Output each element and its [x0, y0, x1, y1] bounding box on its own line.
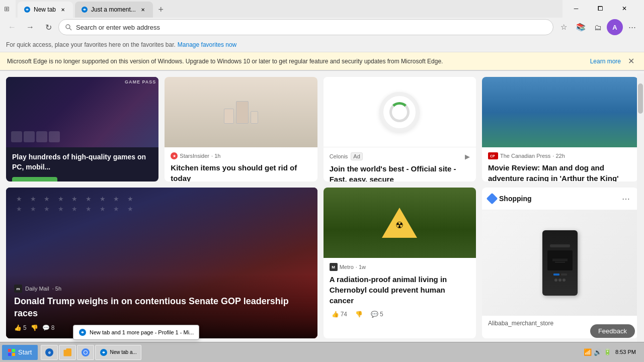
svg-line-3 [69, 28, 71, 30]
metro-icon: M [330, 263, 338, 271]
movie-article-card[interactable]: CP The Canadian Press · 22h Movie Review… [482, 77, 638, 182]
movie-card-source: CP The Canadian Press · 22h [488, 152, 632, 159]
kitchen-card-body: ★ StarsInsider · 1h Kitchen items you sh… [165, 147, 317, 182]
radiation-comment-button[interactable]: 💬 5 [369, 310, 385, 319]
gaming-card[interactable]: GAME PASS Play hundreds of high-quality … [6, 77, 158, 182]
favbar-text: For quick access, place your favorites h… [6, 41, 176, 48]
taskbar-folder-app[interactable] [59, 345, 76, 360]
kitchen-article-card[interactable]: ★ StarsInsider · 1h Kitchen items you sh… [165, 77, 317, 182]
trump-like-button[interactable]: 👍 5 [14, 324, 27, 331]
gaming-card-title: Play hundreds of high-quality games on P… [12, 152, 152, 172]
trump-time: · 5h [52, 286, 61, 292]
tooltip-text: New tab and 1 more page - Profile 1 - Mi… [90, 329, 194, 335]
search-icon [65, 24, 72, 31]
network-icon[interactable]: 📶 [584, 348, 592, 356]
folder-icon [63, 348, 71, 356]
tab-moment-close[interactable]: ✕ [139, 6, 147, 14]
scrollbar[interactable] [637, 73, 644, 342]
notification-close-button[interactable]: ✕ [625, 55, 637, 67]
radiation-time: · 1w [356, 264, 366, 270]
new-tab-button[interactable]: + [153, 2, 169, 18]
learn-more-link[interactable]: Learn more [590, 58, 621, 65]
ad-badge: Ad [351, 152, 362, 160]
gaming-card-body: Play hundreds of high-quality games on P… [6, 147, 158, 182]
radiation-card-actions: 👍 74 👎 💬 5 [330, 310, 470, 319]
radiation-card-image: ☢ [324, 188, 476, 258]
radiation-article-card[interactable]: ☢ M Metro · 1w A radiation-proof animal … [324, 188, 476, 338]
system-tray: 📶 🔊 🔋 8:53 PM [580, 348, 642, 356]
feedback-button[interactable]: Feedback [590, 324, 635, 338]
radiation-card-title: A radiation-proof animal living in Chern… [330, 274, 470, 306]
movie-card-title: Movie Review: Man and dog and adventure … [488, 162, 632, 182]
tab-newtab-close[interactable]: ✕ [59, 6, 67, 14]
browser-frame: ⊞ New tab ✕ Just a moment... ✕ + ─ ⧠ ✕ ←… [0, 0, 644, 71]
favorites-button[interactable]: 📚 [573, 19, 589, 35]
start-button[interactable]: Start [2, 345, 38, 360]
refresh-button[interactable]: ↻ [40, 19, 56, 35]
windows-logo-icon [8, 349, 15, 356]
trump-card-title: Donald Trump weighs in on contentious Se… [14, 296, 309, 319]
celonis-source-name: Celonis [330, 153, 348, 159]
collections-button[interactable]: 🗂 [590, 19, 606, 35]
svg-text:CP: CP [490, 154, 495, 158]
radiation-dislike-button[interactable]: 👎 [353, 310, 365, 319]
favorites-add-button[interactable]: ☆ [555, 19, 572, 35]
trump-source-name: Daily Mail [25, 286, 49, 292]
edge-taskbar-icon [100, 348, 108, 356]
back-button[interactable]: ← [4, 19, 20, 35]
address-bar[interactable]: Search or enter web address [58, 19, 553, 35]
profile-button[interactable]: A [607, 19, 623, 35]
trump-card-source: m Daily Mail · 5h [14, 285, 309, 293]
taskbar: Start e New tab a... 📶 🔊 🔋 8:53 PM [0, 342, 644, 362]
taskbar-edge-app[interactable]: New tab a... [95, 345, 141, 360]
tab-newtab[interactable]: New tab ✕ [18, 2, 73, 18]
starsinsider-icon: ★ [171, 152, 178, 159]
movie-source-name: The Canadian Press [500, 153, 550, 159]
chrome-icon [82, 348, 90, 356]
shopping-title: Shopping [488, 195, 532, 203]
close-button[interactable]: ✕ [613, 0, 636, 17]
tab-moment-label: Just a moment... [91, 6, 136, 13]
join-now-button[interactable]: Join Now [12, 177, 57, 182]
trump-comment-button[interactable]: 💬 8 [42, 324, 55, 331]
celonis-ad-card[interactable]: Celonis Ad ▶ Join the world's best - Off… [324, 77, 476, 182]
kitchen-time: · 1h [211, 153, 220, 159]
ad-info-icon: ▶ [465, 153, 470, 160]
battery-icon[interactable]: 🔋 [604, 348, 611, 355]
taskbar-chrome-app[interactable] [77, 345, 94, 360]
clock-time: 8:53 PM [615, 348, 636, 356]
window-controls: ─ ⧠ ✕ [565, 0, 636, 17]
svg-rect-6 [8, 349, 11, 352]
edge-tooltip-icon [78, 328, 87, 336]
movie-card-image [482, 77, 638, 147]
taskbar-ie-app[interactable]: e [41, 345, 58, 360]
scrollbar-thumb[interactable] [638, 83, 643, 114]
edge-icon [24, 6, 31, 13]
minimize-button[interactable]: ─ [565, 0, 588, 17]
product-image [542, 230, 578, 296]
notification-bar: Microsoft Edge is no longer supported on… [0, 52, 644, 70]
canadian-press-icon: CP [488, 152, 498, 159]
toolbar: ← → ↻ Search or enter web address ☆ 📚 🗂 … [0, 17, 644, 37]
shopping-more-button[interactable]: ⋯ [620, 193, 632, 205]
celonis-card-title: Join the world's best - Official site - … [330, 163, 470, 182]
manage-favorites-link[interactable]: Manage favorites now [178, 41, 236, 48]
radiation-like-button[interactable]: 👍 74 [330, 310, 349, 319]
celonis-card-body: Celonis Ad ▶ Join the world's best - Off… [324, 147, 476, 182]
gaming-card-image: GAME PASS [6, 77, 158, 147]
svg-rect-8 [8, 353, 11, 356]
trump-dislike-button[interactable]: 👎 [31, 324, 38, 331]
title-bar: ⊞ New tab ✕ Just a moment... ✕ + ─ ⧠ ✕ [0, 0, 644, 17]
kitchen-card-source: ★ StarsInsider · 1h [171, 152, 311, 159]
svg-point-2 [66, 25, 70, 29]
movie-card-body: CP The Canadian Press · 22h Movie Review… [482, 147, 638, 182]
maximize-button[interactable]: ⧠ [589, 0, 612, 17]
settings-more-button[interactable]: ⋯ [624, 19, 640, 35]
ie-icon: e [45, 348, 53, 356]
forward-button[interactable]: → [22, 19, 38, 35]
system-clock[interactable]: 8:53 PM [613, 348, 638, 356]
tab-moment[interactable]: Just a moment... ✕ [75, 2, 153, 18]
trump-article-card[interactable]: ★ ★ ★ ★ ★ ★ ★ ★ ★ ★ ★ ★ ★ ★ ★ ★ ★ ★ m Da… [6, 188, 317, 338]
volume-icon[interactable]: 🔊 [594, 348, 602, 356]
cp-logo: CP [489, 153, 497, 158]
